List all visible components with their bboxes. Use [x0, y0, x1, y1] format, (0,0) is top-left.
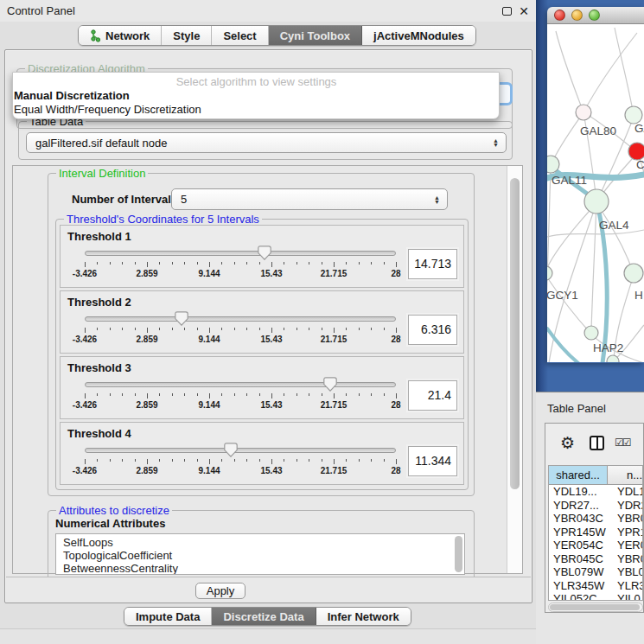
slider-track[interactable]: [85, 251, 396, 256]
tab-impute-data[interactable]: Impute Data: [124, 608, 212, 625]
cell-name[interactable]: YBR0...: [615, 512, 642, 526]
cell-shared-name[interactable]: YER054C: [549, 539, 615, 552]
columns-icon[interactable]: [590, 436, 604, 450]
minimize-traffic-light[interactable]: [571, 10, 583, 21]
vertical-scrollbar[interactable]: [507, 166, 522, 573]
threshold-value-field[interactable]: 14.713: [408, 249, 457, 279]
cell-name[interactable]: YDR2...: [615, 499, 642, 513]
network-edge[interactable]: [547, 275, 590, 332]
slider-tick-label: 2.859: [136, 269, 157, 278]
slider-thumb[interactable]: [323, 377, 337, 392]
horizontal-scrollbar[interactable]: [548, 603, 643, 612]
cell-name[interactable]: YBR0...: [615, 552, 642, 566]
tab-discretize-data[interactable]: Discretize Data: [212, 608, 316, 625]
list-scrollbar[interactable]: [455, 536, 462, 572]
dropdown-item-equal-width[interactable]: Equal Width/Frequency Discretization: [13, 103, 499, 117]
cell-name[interactable]: YBL0...: [615, 565, 642, 579]
tab-style[interactable]: Style: [162, 26, 212, 45]
network-view-window[interactable]: GAL80GACGAL11GAL4GCY1HHAP2: [547, 7, 644, 363]
cell-name[interactable]: YLR3...: [615, 579, 642, 593]
network-node[interactable]: [628, 143, 644, 160]
network-node[interactable]: [584, 326, 598, 340]
threshold-slider[interactable]: -3.4262.8599.14415.4321.71528: [85, 376, 410, 414]
cell-shared-name[interactable]: YDR27...: [549, 499, 615, 513]
network-edge[interactable]: [591, 203, 596, 331]
cell-shared-name[interactable]: YBL079W: [549, 565, 615, 579]
apply-button[interactable]: Apply: [195, 583, 245, 599]
table-row[interactable]: YBR043CYBR0...: [549, 512, 642, 526]
threshold-slider[interactable]: -3.4262.8599.14415.4321.71528: [85, 310, 410, 348]
network-edge[interactable]: [552, 112, 583, 163]
network-edge[interactable]: [547, 203, 596, 271]
table-row[interactable]: YBL079WYBL0...: [549, 565, 642, 579]
table-row[interactable]: YER054CYER0...: [549, 539, 642, 552]
number-of-intervals-spinner[interactable]: 5 ▲▼: [171, 188, 448, 210]
network-edge[interactable]: [556, 31, 583, 112]
table-row[interactable]: YPR145WYPR1...: [549, 526, 642, 539]
node-table[interactable]: shared... n... YDL19...YDL1...YDR27...YD…: [548, 465, 643, 601]
dropdown-placeholder-item[interactable]: Select algorithm to view settings: [13, 75, 499, 89]
vertical-scrollbar-thumb[interactable]: [510, 178, 520, 489]
table-data-combo[interactable]: galFiltered.sif default node ▲▼: [26, 132, 507, 153]
float-window-icon[interactable]: [502, 7, 512, 16]
threshold-value-field[interactable]: 21.4: [408, 380, 457, 411]
network-window-titlebar[interactable]: [547, 7, 644, 24]
slider-thumb[interactable]: [175, 311, 188, 326]
table-row[interactable]: YIL052CYIL0...: [549, 592, 642, 601]
gear-icon[interactable]: ⚙: [560, 433, 575, 453]
attribute-item[interactable]: SelfLoops: [63, 536, 464, 549]
cell-shared-name[interactable]: YLR345W: [549, 579, 615, 593]
numerical-attributes-list[interactable]: SelfLoopsTopologicalCoefficientBetweenne…: [55, 533, 465, 575]
column-header-name[interactable]: n...: [608, 466, 642, 484]
table-row[interactable]: YBR045CYBR0...: [549, 552, 642, 566]
table-row[interactable]: YDR27...YDR2...: [549, 499, 642, 513]
network-node[interactable]: [547, 266, 552, 280]
cell-name[interactable]: YIL0...: [615, 592, 642, 601]
network-node[interactable]: [584, 189, 609, 214]
dropdown-item-manual[interactable]: Manual Discretization: [13, 89, 499, 103]
threshold-value-field[interactable]: 11.344: [408, 446, 457, 476]
slider-track[interactable]: [85, 382, 396, 387]
network-canvas[interactable]: GAL80GACGAL11GAL4GCY1HHAP2: [547, 24, 644, 362]
column-header-shared-name[interactable]: shared...: [549, 466, 608, 484]
cell-name[interactable]: YPR1...: [615, 526, 642, 539]
network-node[interactable]: [607, 355, 619, 362]
slider-thumb[interactable]: [258, 245, 271, 260]
slider-tick-label: 15.43: [260, 335, 282, 344]
attribute-item[interactable]: BetweennessCentrality: [63, 562, 464, 575]
network-node[interactable]: [576, 105, 591, 120]
table-row[interactable]: YLR345WYLR3...: [549, 579, 642, 593]
close-icon[interactable]: ✕: [519, 7, 529, 16]
network-node[interactable]: [547, 156, 559, 173]
cell-name[interactable]: YDL1...: [615, 485, 642, 499]
cell-shared-name[interactable]: YIL052C: [549, 592, 615, 601]
cell-shared-name[interactable]: YBR043C: [549, 512, 615, 526]
slider-track[interactable]: [85, 316, 396, 322]
tab-jactivemnodules[interactable]: jActiveMNodules: [362, 26, 475, 45]
cell-name[interactable]: YER0...: [615, 539, 642, 552]
slider-thumb[interactable]: [224, 443, 238, 457]
threshold-slider[interactable]: -3.4262.8599.14415.4321.71528: [85, 442, 410, 480]
tab-select[interactable]: Select: [212, 26, 268, 45]
network-node[interactable]: [625, 106, 642, 124]
cell-shared-name[interactable]: YDL19...: [549, 485, 615, 499]
tab-network[interactable]: Network: [79, 26, 162, 45]
cell-shared-name[interactable]: YBR045C: [549, 552, 615, 566]
slider-track[interactable]: [85, 448, 396, 453]
horizontal-scrollbar-thumb[interactable]: [550, 604, 640, 610]
threshold-slider[interactable]: -3.4262.8599.14415.4321.71528: [85, 245, 410, 283]
close-traffic-light[interactable]: [554, 10, 565, 21]
network-edge[interactable]: [547, 168, 551, 335]
network-edge[interactable]: [583, 33, 637, 112]
slider-tick: [359, 459, 360, 462]
table-row[interactable]: YDL19...YDL1...: [549, 485, 642, 499]
network-node[interactable]: [624, 264, 643, 283]
zoom-traffic-light[interactable]: [589, 10, 600, 21]
tab-infer-network[interactable]: Infer Network: [316, 608, 411, 625]
thresholds-group: Threshold's Coordinates for 5 Intervals …: [55, 219, 469, 490]
threshold-value-field[interactable]: 6.316: [408, 315, 457, 345]
tab-cyni-toolbox[interactable]: Cyni Toolbox: [269, 26, 362, 45]
cell-shared-name[interactable]: YPR145W: [549, 526, 615, 539]
attribute-item[interactable]: TopologicalCoefficient: [63, 549, 464, 562]
select-columns-checkboxes-icon[interactable]: ☑☑: [615, 437, 630, 449]
